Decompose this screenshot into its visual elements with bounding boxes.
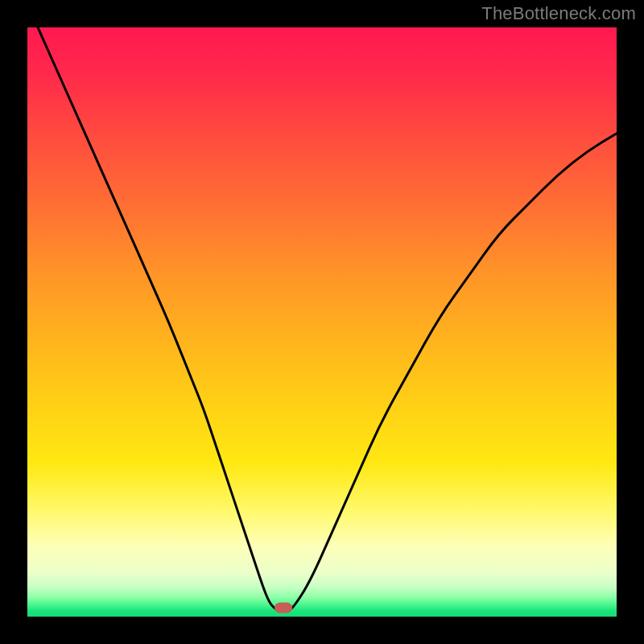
optimum-marker [275, 603, 292, 613]
watermark-text: TheBottleneck.com [481, 3, 636, 24]
bottleneck-curve [27, 27, 617, 617]
chart-frame: TheBottleneck.com [0, 0, 644, 644]
plot-area [27, 27, 617, 617]
